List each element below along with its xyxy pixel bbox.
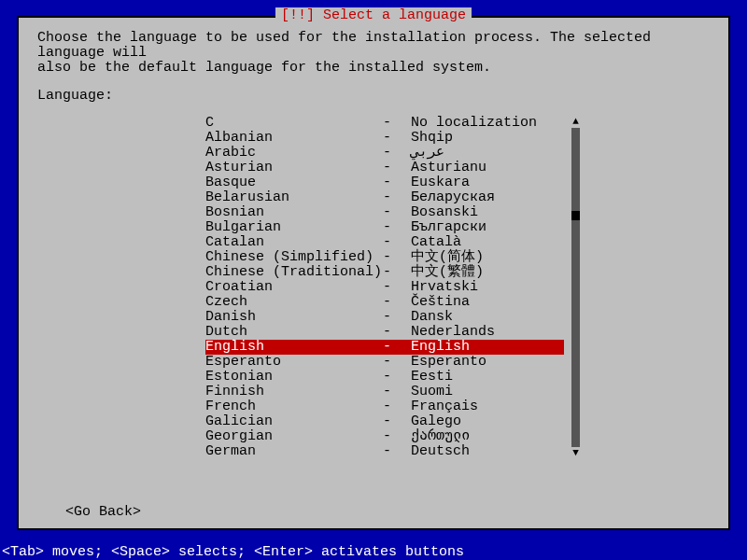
separator: - xyxy=(383,429,411,444)
separator: - xyxy=(383,310,411,325)
separator: - xyxy=(383,161,411,175)
language-name: Catalan xyxy=(205,235,383,250)
title-bar: [!!] Select a language xyxy=(19,8,728,22)
language-name: Dutch xyxy=(205,325,383,340)
description-text: Choose the language to be used for the i… xyxy=(37,31,710,76)
language-item[interactable]: Catalan-Català xyxy=(205,235,564,250)
language-name: Chinese (Traditional) xyxy=(205,265,383,280)
language-native: Esperanto xyxy=(411,355,564,370)
language-native: Euskara xyxy=(411,175,564,190)
language-item[interactable]: Bosnian-Bosanski xyxy=(205,205,564,220)
language-native: No localization xyxy=(411,116,564,131)
language-item[interactable]: Bulgarian-Български xyxy=(205,220,564,235)
language-item[interactable]: Chinese (Simplified)-中文(简体) xyxy=(205,250,564,265)
language-native: Български xyxy=(411,220,564,235)
separator: - xyxy=(383,280,411,295)
scroll-thumb[interactable] xyxy=(571,211,580,220)
language-native: Shqip xyxy=(411,131,564,146)
scroll-up-icon[interactable]: ▲ xyxy=(572,116,579,128)
language-native: Eesti xyxy=(411,370,564,385)
language-native: Suomi xyxy=(411,385,564,399)
language-name: Galician xyxy=(205,414,383,429)
language-item[interactable]: Czech-Čeština xyxy=(205,295,564,310)
language-item[interactable]: Arabic-عربي xyxy=(205,146,564,161)
separator: - xyxy=(383,205,411,220)
language-name: Asturian xyxy=(205,161,383,175)
separator: - xyxy=(383,235,411,250)
language-native: Català xyxy=(411,235,564,250)
scroll-down-icon[interactable]: ▼ xyxy=(572,447,579,459)
language-item[interactable]: Asturian-Asturianu xyxy=(205,161,564,175)
language-item[interactable]: Chinese (Traditional)-中文(繁體) xyxy=(205,265,564,280)
language-native: Dansk xyxy=(411,310,564,325)
scrollbar[interactable]: ▲ ▼ xyxy=(571,116,580,459)
separator: - xyxy=(383,265,411,280)
separator: - xyxy=(383,444,411,459)
dialog-window: [!!] Select a language Choose the langua… xyxy=(17,16,730,530)
language-item[interactable]: Galician-Galego xyxy=(205,414,564,429)
separator: - xyxy=(383,295,411,310)
dialog-content: Choose the language to be used for the i… xyxy=(19,18,728,459)
language-name: Arabic xyxy=(205,146,383,161)
language-name: Esperanto xyxy=(205,355,383,370)
language-name: English xyxy=(205,340,383,355)
language-label: Language: xyxy=(37,89,710,103)
language-name: Czech xyxy=(205,295,383,310)
list-area: C-No localizationAlbanian-ShqipArabic-عر… xyxy=(205,116,710,459)
language-item[interactable]: French-Français xyxy=(205,399,564,414)
language-name: Bosnian xyxy=(205,205,383,220)
separator: - xyxy=(383,175,411,190)
language-name: German xyxy=(205,444,383,459)
language-name: Finnish xyxy=(205,385,383,399)
language-item[interactable]: Croatian-Hrvatski xyxy=(205,280,564,295)
language-native: English xyxy=(411,340,564,355)
go-back-button[interactable]: <Go Back> xyxy=(65,505,141,519)
language-name: Bulgarian xyxy=(205,220,383,235)
language-name: Chinese (Simplified) xyxy=(205,250,383,265)
separator: - xyxy=(383,399,411,414)
separator: - xyxy=(383,250,411,265)
separator: - xyxy=(383,325,411,340)
language-list[interactable]: C-No localizationAlbanian-ShqipArabic-عر… xyxy=(205,116,564,459)
separator: - xyxy=(383,116,411,131)
language-item[interactable]: English-English xyxy=(205,340,564,355)
language-name: Belarusian xyxy=(205,190,383,205)
language-native: Hrvatski xyxy=(411,280,564,295)
language-item[interactable]: Dutch-Nederlands xyxy=(205,325,564,340)
language-native: Čeština xyxy=(411,295,564,310)
language-item[interactable]: Danish-Dansk xyxy=(205,310,564,325)
separator: - xyxy=(383,220,411,235)
language-native: Galego xyxy=(411,414,564,429)
language-item[interactable]: Georgian-ქართული xyxy=(205,429,564,444)
language-native: Bosanski xyxy=(411,205,564,220)
language-native: Deutsch xyxy=(411,444,564,459)
separator: - xyxy=(383,385,411,399)
separator: - xyxy=(383,355,411,370)
dialog-title: [!!] Select a language xyxy=(275,7,472,23)
language-item[interactable]: Finnish-Suomi xyxy=(205,385,564,399)
language-item[interactable]: German-Deutsch xyxy=(205,444,564,459)
separator: - xyxy=(383,414,411,429)
language-native: Asturianu xyxy=(411,161,564,175)
language-name: Georgian xyxy=(205,429,383,444)
language-name: Danish xyxy=(205,310,383,325)
language-item[interactable]: C-No localization xyxy=(205,116,564,131)
language-native: Nederlands xyxy=(411,325,564,340)
language-native: 中文(繁體) xyxy=(411,265,564,280)
separator: - xyxy=(383,340,411,355)
language-item[interactable]: Estonian-Eesti xyxy=(205,370,564,385)
language-item[interactable]: Albanian-Shqip xyxy=(205,131,564,146)
separator: - xyxy=(383,146,411,161)
language-item[interactable]: Basque-Euskara xyxy=(205,175,564,190)
separator: - xyxy=(383,190,411,205)
separator: - xyxy=(383,370,411,385)
language-native: عربي xyxy=(411,146,564,161)
hint-bar: <Tab> moves; <Space> selects; <Enter> ac… xyxy=(0,544,747,560)
language-item[interactable]: Belarusian-Беларуская xyxy=(205,190,564,205)
language-native: 中文(简体) xyxy=(411,250,564,265)
language-native: Беларуская xyxy=(411,190,564,205)
language-item[interactable]: Esperanto-Esperanto xyxy=(205,355,564,370)
language-name: Albanian xyxy=(205,131,383,146)
scroll-track[interactable] xyxy=(571,128,580,447)
separator: - xyxy=(383,131,411,146)
